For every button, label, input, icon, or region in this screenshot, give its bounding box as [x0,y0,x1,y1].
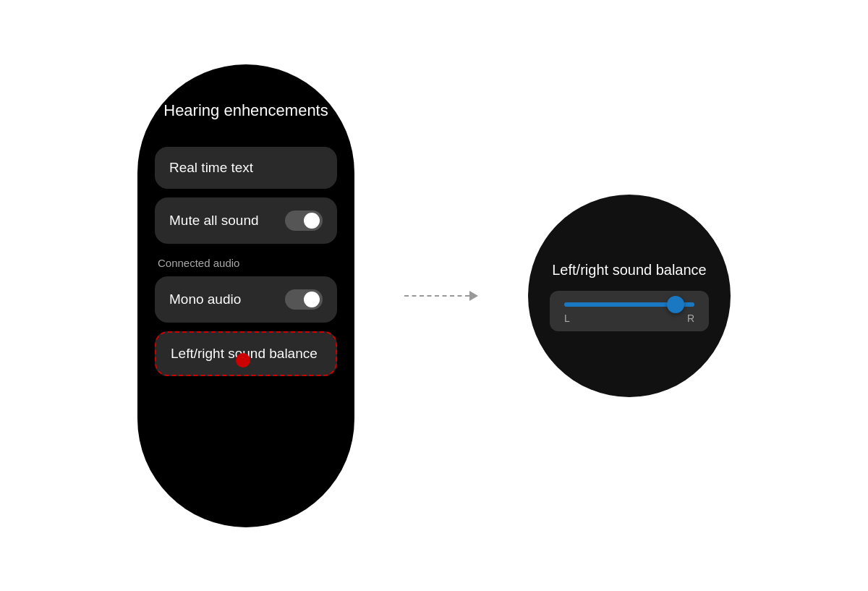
connected-audio-label: Connected audio [155,257,337,269]
pill-title: Hearing enhencements [163,101,328,122]
arrow-container [398,291,485,301]
menu-item-real-time-text[interactable]: Real time text [155,147,337,189]
dashed-line [404,295,469,297]
phone-pill: Hearing enhencements Real time text Mute… [137,64,354,527]
detail-circle: Left/right sound balance L R [528,195,731,397]
real-time-text-label: Real time text [169,160,253,176]
menu-item-mono-audio[interactable]: Mono audio [155,276,337,323]
mono-audio-label: Mono audio [169,292,241,307]
slider-track [564,302,694,307]
menu-item-mute-all-sound[interactable]: Mute all sound [155,197,337,244]
menu-item-left-right-balance[interactable]: Left/right sound balance [155,331,337,376]
arrow-head-icon [469,291,478,301]
slider-right-label: R [687,312,694,324]
mute-all-sound-label: Mute all sound [169,213,259,229]
slider-left-label: L [564,312,570,324]
mono-audio-toggle[interactable] [285,289,323,310]
slider-container: L R [550,291,709,331]
red-dot-indicator [236,353,250,367]
slider-thumb[interactable] [667,296,684,313]
mute-all-sound-toggle[interactable] [285,211,323,231]
dashed-arrow [404,291,478,301]
scene: Hearing enhencements Real time text Mute… [0,0,868,591]
slider-labels: L R [564,312,694,324]
circle-title: Left/right sound balance [552,260,707,279]
